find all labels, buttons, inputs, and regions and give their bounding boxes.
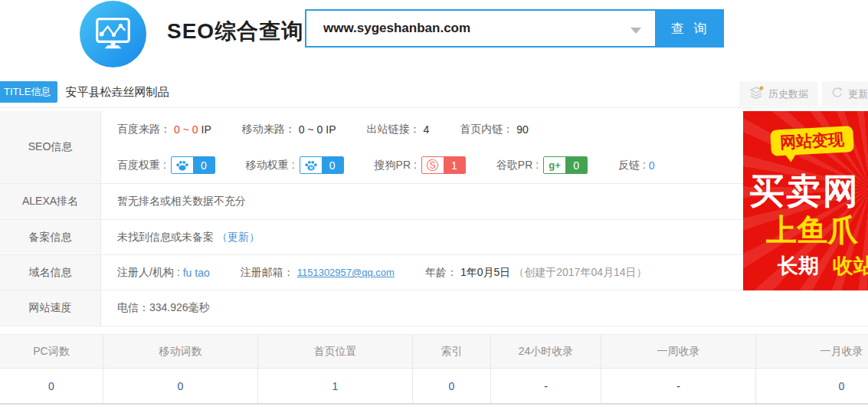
refresh-button[interactable]: 更新: [822, 81, 868, 107]
search-box: 查 询: [305, 9, 724, 48]
baidu-weight-badge[interactable]: 0: [171, 156, 215, 174]
url-input-wrap: [305, 9, 657, 48]
dropdown-arrow-icon[interactable]: [631, 28, 641, 34]
col-header: 一月收录: [755, 335, 868, 368]
sogou-pr: 搜狗PR : Ⓢ 1: [375, 156, 466, 174]
title-bar: TITLE信息 安平县松垚丝网制品 历史数据: [0, 77, 868, 108]
col-header: 24小时收录: [490, 335, 601, 368]
stats-value-row: 0 0 1 0 - - 0: [0, 369, 868, 403]
baidu-traffic: 百度来路： 0 ~ 0 IP: [117, 123, 211, 136]
title-tag: TITLE信息: [0, 81, 57, 103]
outbound-links: 出站链接： 4: [367, 123, 430, 136]
refresh-icon: [831, 87, 843, 101]
mobile-weight-badge[interactable]: M 0: [300, 156, 344, 174]
baidu-paw-icon: [172, 157, 193, 173]
index-link[interactable]: 0: [449, 380, 455, 392]
col-header: PC词数: [0, 335, 103, 368]
layers-icon: [748, 86, 764, 102]
svg-text:M: M: [309, 166, 312, 170]
stat-cell: -: [490, 369, 601, 403]
mobile-traffic: 移动来路： 0 ~ 0 IP: [242, 123, 336, 136]
row-alexa: ALEXA排名 暂无排名或相关数据不充分: [0, 184, 868, 220]
stat-cell: 1: [257, 369, 412, 403]
google-plus-icon: g+: [544, 157, 565, 173]
query-button[interactable]: 查 询: [657, 9, 724, 48]
email-link[interactable]: 1151302957@qq.com: [297, 267, 395, 278]
stat-cell: -: [601, 369, 755, 403]
mobile-words-link[interactable]: 0: [178, 380, 184, 392]
google-plus-icon-badge[interactable]: g+ 0: [543, 156, 588, 174]
row-domain: 域名信息 注册人/机构 : fu tao 注册邮箱： 1151302957@qq…: [0, 255, 868, 290]
col-header: 首页位置: [257, 335, 412, 368]
mobile-weight: 移动权重 : M: [246, 156, 344, 174]
page-title: SEO综合查询: [167, 17, 303, 46]
stats-header-row: PC词数 移动词数 首页位置 索引 24小时收录 一周收录 一月收录: [0, 335, 868, 369]
stat-cell: 0: [0, 369, 103, 403]
domain-age: 年龄： 1年0月5日 （创建于2017年04月14日）: [425, 266, 647, 280]
registrant: 注册人/机构 : fu tao: [117, 266, 210, 280]
home-inlinks: 首页内链： 90: [460, 123, 529, 136]
baidu-mobile-paw-icon: M: [300, 157, 322, 173]
title-bar-actions: 历史数据 更新: [739, 81, 868, 107]
site-title: 安平县松垚丝网制品: [65, 85, 169, 100]
register-email: 注册邮箱： 1151302957@qq.com: [241, 266, 395, 280]
stat-cell: 0: [755, 369, 868, 403]
speed-value: 电信：334.926毫秒: [117, 301, 868, 315]
home-position-link[interactable]: 1: [332, 380, 339, 392]
ad-subline: 上鱼爪: [766, 209, 858, 251]
stat-cell: 0: [412, 369, 490, 403]
icp-update-link[interactable]: （更新）: [217, 231, 260, 243]
week-collect-value: -: [676, 380, 680, 392]
row-label: 备案信息: [0, 220, 101, 254]
col-header: 一周收录: [601, 335, 755, 368]
day-collect-value: -: [544, 380, 548, 392]
info-table: 网站变现 买卖网 上鱼爪 长期收站 SEO信息 百度来路： 0 ~ 0 IP 移…: [0, 111, 868, 326]
stat-cell: 0: [103, 369, 257, 403]
row-label: SEO信息: [0, 111, 101, 183]
history-data-button[interactable]: 历史数据: [739, 81, 817, 107]
row-icp: 备案信息 未找到信息或未备案 （更新）: [0, 220, 868, 255]
monitor-chart-logo-icon: [80, 1, 146, 67]
top-header: SEO综合查询 查 询: [0, 0, 868, 77]
month-collect-link[interactable]: 0: [839, 380, 845, 392]
ad-headline: 买卖网: [749, 168, 860, 215]
ad-bubble-text: 网站变现: [770, 126, 854, 156]
sogou-icon: Ⓢ: [422, 157, 444, 173]
row-label: 网站速度: [0, 290, 101, 326]
google-pr: 谷歌PR : g+ 0: [496, 156, 588, 174]
keyword-stats-table: PC词数 移动词数 首页位置 索引 24小时收录 一周收录 一月收录 0 0 1…: [0, 334, 868, 405]
col-header: 索引: [412, 335, 490, 368]
registrant-link[interactable]: fu tao: [183, 267, 210, 279]
row-label: ALEXA排名: [0, 184, 101, 219]
row-seo-info: SEO信息 百度来路： 0 ~ 0 IP 移动来路： 0 ~ 0 IP 出站链接…: [0, 111, 868, 184]
seo-query-page: SEO综合查询 查 询 TITLE信息 安平县松垚丝网制品: [0, 0, 868, 410]
sogou-pr-badge[interactable]: Ⓢ 1: [421, 156, 466, 174]
ad-banner[interactable]: 网站变现 买卖网 上鱼爪 长期收站: [743, 111, 868, 290]
row-speed: 网站速度 电信：334.926毫秒: [0, 290, 868, 326]
col-header: 移动词数: [103, 335, 257, 368]
ad-footline: 长期收站: [778, 252, 868, 280]
pc-words-link[interactable]: 0: [48, 380, 54, 392]
backlinks: 反链 : 0: [618, 159, 655, 172]
baidu-weight: 百度权重 : 0: [117, 156, 215, 174]
url-input[interactable]: [306, 11, 655, 46]
row-label: 域名信息: [0, 255, 101, 290]
